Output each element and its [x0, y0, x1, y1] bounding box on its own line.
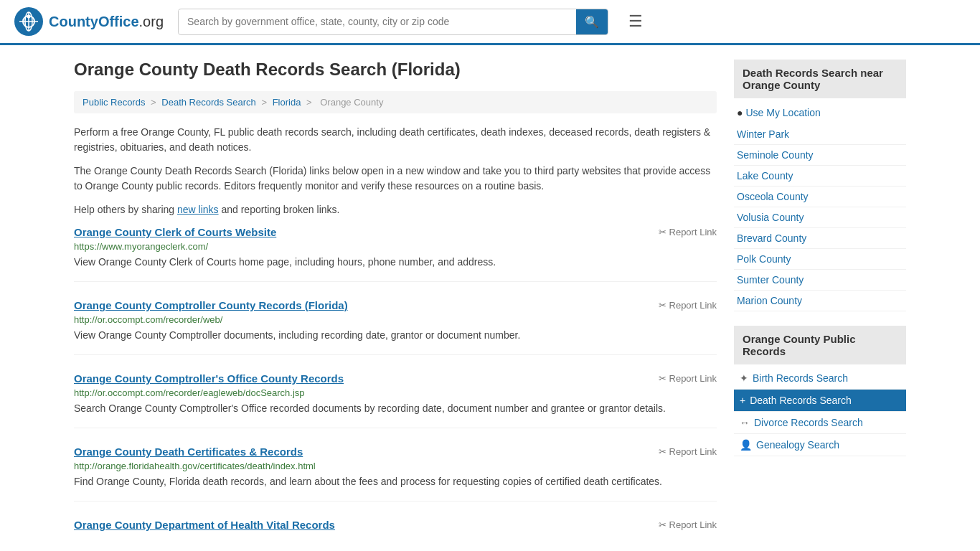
logo[interactable]: CountyOffice.org: [14, 7, 164, 36]
sidebar-records-section: Orange County Public Records ✦ Birth Rec…: [734, 326, 906, 456]
nearby-link-7[interactable]: Sumter County: [737, 274, 804, 286]
description-para2: The Orange County Death Records Search (…: [74, 164, 717, 194]
result-desc-3: Find Orange County, Florida death record…: [74, 474, 717, 489]
breadcrumb: Public Records > Death Records Search > …: [74, 91, 717, 113]
nearby-item-1: Seminole County: [734, 145, 906, 166]
result-url-3: http://orange.floridahealth.gov/certific…: [74, 461, 717, 471]
nearby-link-6[interactable]: Polk County: [737, 253, 791, 265]
search-button[interactable]: 🔍: [576, 9, 608, 34]
breadcrumb-death-records[interactable]: Death Records Search: [161, 97, 256, 108]
scissors-icon-3: ✂: [659, 446, 666, 457]
location-pin-icon: ●: [737, 107, 743, 118]
result-header-0: Orange County Clerk of Courts Website ✂ …: [74, 226, 717, 238]
records-item-divorce: ↔ Divorce Records Search: [734, 412, 906, 434]
desc-suffix: and reporting broken links.: [219, 204, 340, 215]
result-header-3: Orange County Death Certificates & Recor…: [74, 446, 717, 458]
sidebar-nearby-header: Death Records Search near Orange County: [734, 60, 906, 98]
sidebar: Death Records Search near Orange County …: [734, 60, 906, 551]
result-desc-1: View Orange County Comptroller documents…: [74, 328, 717, 343]
svg-point-5: [27, 15, 31, 19]
nearby-link-2[interactable]: Lake County: [737, 170, 793, 182]
scissors-icon-2: ✂: [659, 373, 666, 384]
result-item-3: Orange County Death Certificates & Recor…: [74, 446, 717, 501]
report-label-0: Report Link: [669, 227, 717, 237]
death-icon: +: [740, 395, 745, 406]
main-container: Orange County Death Records Search (Flor…: [60, 45, 920, 551]
report-link-1[interactable]: ✂ Report Link: [659, 300, 717, 311]
nearby-link-1[interactable]: Seminole County: [737, 149, 814, 161]
report-label-1: Report Link: [669, 300, 717, 311]
result-desc-2: Search Orange County Comptroller's Offic…: [74, 401, 717, 416]
sidebar-nearby-section: Death Records Search near Orange County …: [734, 60, 906, 311]
nearby-item-4: Volusia County: [734, 207, 906, 228]
page-title: Orange County Death Records Search (Flor…: [74, 60, 717, 80]
new-links-link[interactable]: new links: [177, 204, 219, 215]
result-item-0: Orange County Clerk of Courts Website ✂ …: [74, 226, 717, 282]
report-link-2[interactable]: ✂ Report Link: [659, 373, 717, 384]
nearby-item-0: Winter Park: [734, 124, 906, 145]
search-bar[interactable]: 🔍: [178, 9, 608, 35]
scissors-icon-4: ✂: [659, 519, 666, 530]
desc-prefix: Help others by sharing: [74, 204, 177, 215]
report-link-3[interactable]: ✂ Report Link: [659, 446, 717, 457]
report-label-3: Report Link: [669, 446, 717, 457]
records-item-genealogy: 👤 Genealogy Search: [734, 434, 906, 456]
use-my-location-link[interactable]: Use My Location: [745, 107, 820, 118]
records-item-death: + Death Records Search: [734, 390, 906, 412]
breadcrumb-florida[interactable]: Florida: [273, 97, 301, 108]
report-label-2: Report Link: [669, 373, 717, 384]
result-title-0[interactable]: Orange County Clerk of Courts Website: [74, 226, 276, 238]
records-list: ✦ Birth Records Search + Death Records S…: [734, 367, 906, 456]
description-para3: Help others by sharing new links and rep…: [74, 202, 717, 217]
result-item-2: Orange County Comptroller's Office Count…: [74, 372, 717, 428]
breadcrumb-sep1: >: [151, 97, 159, 108]
breadcrumb-public-records[interactable]: Public Records: [83, 97, 145, 108]
nearby-item-6: Polk County: [734, 249, 906, 270]
sidebar-records-header: Orange County Public Records: [734, 326, 906, 364]
nearby-item-8: Marion County: [734, 291, 906, 311]
use-my-location[interactable]: ● Use My Location: [734, 101, 906, 124]
death-records-link[interactable]: Death Records Search: [750, 395, 852, 406]
scissors-icon-0: ✂: [659, 227, 666, 237]
genealogy-icon: 👤: [740, 439, 752, 451]
result-header-2: Orange County Comptroller's Office Count…: [74, 372, 717, 385]
nearby-item-2: Lake County: [734, 166, 906, 187]
result-header-4: Orange County Department of Health Vital…: [74, 519, 717, 531]
result-item-1: Orange County Comptroller County Records…: [74, 299, 717, 355]
result-url-0: https://www.myorangeclerk.com/: [74, 241, 717, 252]
result-title-4[interactable]: Orange County Department of Health Vital…: [74, 519, 335, 531]
logo-text: CountyOffice.org: [49, 14, 164, 30]
description-para1: Perform a free Orange County, FL public …: [74, 125, 717, 155]
hamburger-icon: ☰: [628, 12, 643, 30]
menu-button[interactable]: ☰: [623, 9, 649, 34]
birth-records-link[interactable]: Birth Records Search: [753, 372, 848, 384]
genealogy-records-link[interactable]: Genealogy Search: [756, 439, 839, 451]
result-url-2: http://or.occompt.com/recorder/eagleweb/…: [74, 387, 717, 398]
result-title-2[interactable]: Orange County Comptroller's Office Count…: [74, 372, 344, 385]
nearby-link-4[interactable]: Volusia County: [737, 212, 804, 223]
nearby-link-8[interactable]: Marion County: [737, 295, 802, 306]
report-link-0[interactable]: ✂ Report Link: [659, 227, 717, 237]
nearby-link-3[interactable]: Osceola County: [737, 191, 809, 202]
nearby-link-0[interactable]: Winter Park: [737, 128, 789, 140]
result-title-1[interactable]: Orange County Comptroller County Records…: [74, 299, 348, 311]
search-icon: 🔍: [585, 16, 599, 28]
search-input[interactable]: [179, 10, 576, 33]
breadcrumb-orange-county: Orange County: [320, 97, 383, 108]
results-list: Orange County Clerk of Courts Website ✂ …: [74, 226, 717, 545]
divorce-records-link[interactable]: Divorce Records Search: [754, 417, 863, 428]
nearby-item-3: Osceola County: [734, 187, 906, 207]
scissors-icon-1: ✂: [659, 300, 666, 311]
records-item-birth: ✦ Birth Records Search: [734, 367, 906, 390]
report-label-4: Report Link: [669, 519, 717, 530]
birth-icon: ✦: [740, 372, 748, 384]
result-desc-0: View Orange County Clerk of Courts home …: [74, 255, 717, 270]
result-url-1: http://or.occompt.com/recorder/web/: [74, 314, 717, 325]
result-title-3[interactable]: Orange County Death Certificates & Recor…: [74, 446, 303, 458]
nearby-link-5[interactable]: Brevard County: [737, 232, 806, 244]
content-area: Orange County Death Records Search (Flor…: [74, 60, 717, 551]
logo-icon: [14, 7, 43, 36]
site-header: CountyOffice.org 🔍 ☰: [0, 0, 980, 45]
nearby-list: Winter Park Seminole County Lake County …: [734, 124, 906, 311]
report-link-4[interactable]: ✂ Report Link: [659, 519, 717, 530]
